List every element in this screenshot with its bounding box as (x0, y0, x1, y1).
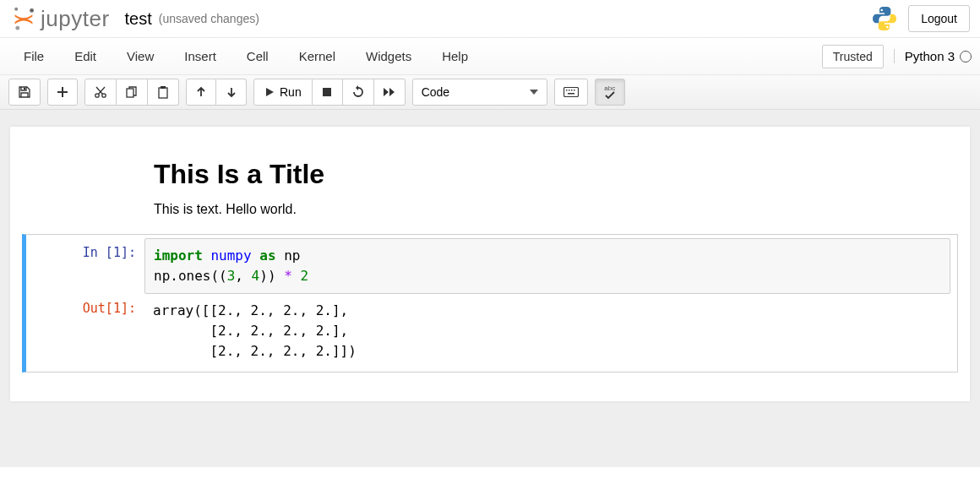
jupyter-logo[interactable]: jupyter (10, 5, 110, 32)
run-label: Run (280, 85, 302, 99)
command-palette-button[interactable] (554, 79, 588, 106)
keyboard-icon (564, 87, 579, 97)
svg-rect-14 (569, 90, 570, 91)
trusted-button[interactable]: Trusted (822, 45, 884, 68)
copy-button[interactable] (117, 79, 148, 106)
jupyter-icon (10, 5, 37, 32)
logout-button[interactable]: Logout (908, 5, 970, 32)
check-icon (604, 91, 616, 100)
svg-rect-5 (24, 88, 25, 90)
svg-point-1 (30, 8, 34, 13)
code-output: array([[2., 2., 2., 2.], [2., 2., 2., 2.… (144, 294, 957, 368)
menubar: File Edit View Insert Cell Kernel Widget… (0, 37, 980, 75)
menu-file[interactable]: File (8, 41, 59, 71)
plus-icon (57, 86, 68, 98)
kernel-indicator[interactable]: Python 3 (894, 49, 972, 63)
stop-icon (322, 87, 332, 97)
code-input[interactable]: import numpy as np np.ones((3, 4)) * 2 (144, 238, 950, 294)
move-up-button[interactable] (186, 79, 216, 106)
svg-rect-11 (323, 88, 331, 96)
cut-button[interactable] (84, 79, 117, 106)
interrupt-button[interactable] (313, 79, 343, 106)
jupyter-logo-text: jupyter (41, 6, 110, 32)
menu-cell[interactable]: Cell (231, 41, 284, 71)
svg-rect-10 (161, 86, 166, 89)
svg-rect-12 (564, 88, 578, 97)
paste-icon (156, 85, 170, 99)
menu-edit[interactable]: Edit (59, 41, 112, 71)
svg-point-0 (14, 8, 18, 11)
save-button[interactable] (8, 79, 41, 106)
markdown-text: This is text. Hello world. (154, 202, 958, 217)
svg-rect-15 (571, 90, 573, 91)
restart-button[interactable] (343, 79, 374, 106)
svg-rect-13 (566, 90, 568, 91)
code-cell[interactable]: In [1]: import numpy as np np.ones((3, 4… (22, 234, 958, 373)
arrow-down-icon (226, 86, 237, 98)
kernel-name: Python 3 (905, 49, 955, 63)
svg-rect-16 (574, 90, 575, 91)
paste-button[interactable] (148, 79, 179, 106)
markdown-cell[interactable]: This Is a Title This is text. Hello worl… (10, 152, 970, 231)
cell-type-select[interactable]: Code (412, 79, 547, 106)
input-prompt: In [1]: (26, 238, 144, 267)
header: jupyter test (unsaved changes) Logout (0, 0, 980, 37)
fast-forward-icon (383, 87, 396, 97)
menu-help[interactable]: Help (427, 41, 483, 71)
run-button[interactable]: Run (253, 79, 313, 106)
menu-kernel[interactable]: Kernel (284, 41, 351, 71)
add-cell-button[interactable] (47, 79, 78, 106)
svg-point-3 (881, 9, 884, 12)
svg-rect-8 (127, 89, 133, 97)
arrow-up-icon (195, 86, 207, 98)
notebook-container: This Is a Title This is text. Hello worl… (0, 110, 980, 467)
move-down-button[interactable] (216, 79, 247, 106)
copy-icon (125, 85, 139, 99)
python-icon (871, 5, 898, 32)
kernel-status-icon (960, 51, 972, 63)
save-icon (18, 85, 31, 99)
play-icon (264, 87, 275, 97)
spellcheck-button[interactable]: abc (595, 79, 625, 106)
notebook: This Is a Title This is text. Hello worl… (10, 127, 970, 401)
svg-rect-17 (568, 93, 574, 95)
menu-insert[interactable]: Insert (169, 41, 231, 71)
markdown-title: This Is a Title (154, 159, 958, 190)
svg-point-2 (15, 26, 19, 30)
svg-point-4 (886, 26, 889, 29)
svg-rect-9 (159, 88, 167, 98)
menu-widgets[interactable]: Widgets (351, 41, 427, 71)
notebook-name[interactable]: test (125, 9, 152, 29)
restart-run-all-button[interactable] (374, 79, 406, 106)
toolbar: Run Code abc (0, 75, 980, 110)
restart-icon (351, 85, 365, 99)
save-status: (unsaved changes) (159, 12, 259, 25)
scissors-icon (94, 85, 107, 99)
menu-view[interactable]: View (112, 41, 169, 71)
output-prompt: Out[1]: (26, 294, 144, 323)
